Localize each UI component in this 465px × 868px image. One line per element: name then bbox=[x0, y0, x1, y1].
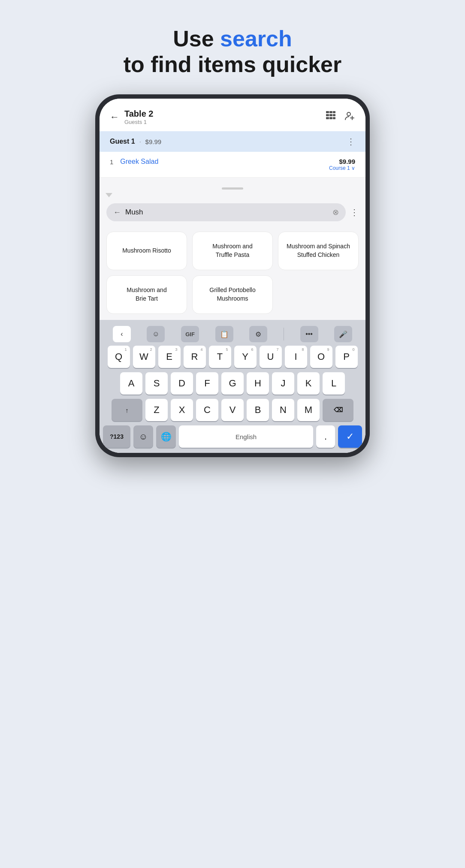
order-item-right: $9.99 Course 1 ∨ bbox=[329, 158, 355, 171]
guests-subtitle: Guests 1 bbox=[124, 119, 153, 125]
key-n[interactable]: N bbox=[272, 399, 294, 421]
app-screen: ← Table 2 Guests 1 bbox=[100, 99, 365, 453]
key-o[interactable]: 9O bbox=[310, 346, 332, 368]
app-header: ← Table 2 Guests 1 bbox=[100, 99, 365, 131]
key-h[interactable]: H bbox=[247, 372, 269, 395]
table-title: Table 2 bbox=[124, 109, 153, 119]
search-more-button[interactable]: ⋮ bbox=[350, 207, 359, 217]
key-y[interactable]: 6Y bbox=[234, 346, 257, 368]
key-p[interactable]: 0P bbox=[335, 346, 358, 368]
key-j[interactable]: J bbox=[272, 372, 294, 395]
key-w[interactable]: 2W bbox=[133, 346, 155, 368]
key-globe[interactable]: 🌐 bbox=[156, 425, 176, 448]
keypad-icon[interactable] bbox=[325, 110, 336, 124]
order-price: $9.99 bbox=[329, 158, 355, 165]
key-v[interactable]: V bbox=[221, 399, 244, 421]
kb-divider bbox=[284, 328, 284, 341]
guest-bar: Guest 1 · $9.99 ⋮ bbox=[100, 131, 365, 152]
order-item-left: 1 Greek Salad bbox=[110, 158, 158, 166]
add-guest-icon[interactable] bbox=[344, 110, 355, 124]
keyboard: ‹ ☺ GIF 📋 ⚙ ••• 🎤 1Q 2W 3E 4R 5T 6Y bbox=[100, 320, 365, 453]
search-bar-row: ← Mush ⊗ ⋮ bbox=[100, 199, 365, 226]
search-clear-button[interactable]: ⊗ bbox=[332, 208, 339, 217]
svg-rect-6 bbox=[326, 117, 329, 119]
key-confirm[interactable]: ✓ bbox=[338, 425, 362, 448]
key-s[interactable]: S bbox=[145, 372, 168, 395]
headline: Use search to find items quicker bbox=[124, 26, 342, 77]
drag-triangle-icon bbox=[106, 193, 112, 197]
order-qty: 1 bbox=[110, 158, 113, 166]
header-title-block: Table 2 Guests 1 bbox=[124, 109, 153, 125]
key-z[interactable]: Z bbox=[145, 399, 168, 421]
kb-toolbar: ‹ ☺ GIF 📋 ⚙ ••• 🎤 bbox=[101, 323, 364, 346]
svg-rect-8 bbox=[333, 117, 335, 119]
header-icons bbox=[325, 110, 355, 124]
svg-rect-7 bbox=[329, 117, 332, 119]
kb-tool-gif[interactable]: GIF bbox=[181, 326, 199, 342]
headline-line1: Use search bbox=[124, 26, 342, 51]
order-item: 1 Greek Salad $9.99 Course 1 ∨ bbox=[100, 152, 365, 178]
key-e[interactable]: 3E bbox=[158, 346, 181, 368]
guest-label: Guest 1 bbox=[110, 138, 135, 145]
guest-bar-left: Guest 1 · $9.99 bbox=[110, 138, 161, 145]
search-input-wrap: ← Mush ⊗ bbox=[106, 203, 346, 221]
kb-tool-mic[interactable]: 🎤 bbox=[334, 326, 352, 342]
key-c[interactable]: C bbox=[196, 399, 218, 421]
phone-frame: ← Table 2 Guests 1 bbox=[95, 94, 370, 457]
kb-row-a: A S D F G H J K L bbox=[101, 372, 364, 395]
kb-row-q: 1Q 2W 3E 4R 5T 6Y 7U 8I 9O 0P bbox=[101, 346, 364, 368]
back-button[interactable]: ← bbox=[110, 112, 119, 123]
kb-tool-clipboard[interactable]: 📋 bbox=[215, 326, 233, 342]
key-u[interactable]: 7U bbox=[260, 346, 282, 368]
kb-tool-back[interactable]: ‹ bbox=[113, 326, 131, 342]
svg-rect-5 bbox=[333, 114, 335, 116]
kb-bottom-row: ?123 ☺ 🌐 English . ✓ bbox=[101, 425, 364, 448]
search-results: Mushroom Risotto Mushroom andTruffle Pas… bbox=[100, 226, 365, 320]
svg-rect-0 bbox=[326, 111, 329, 113]
key-shift[interactable]: ↑ bbox=[112, 399, 142, 421]
result-mushroom-spinach-chicken[interactable]: Mushroom and Spinach Stuffed Chicken bbox=[278, 232, 359, 270]
key-r[interactable]: 4R bbox=[184, 346, 206, 368]
kb-tool-emoji[interactable]: ☺ bbox=[147, 326, 165, 342]
key-num-toggle[interactable]: ?123 bbox=[103, 425, 130, 448]
headline-line2: to find items quicker bbox=[124, 51, 342, 77]
svg-rect-2 bbox=[333, 111, 335, 113]
kb-tool-settings[interactable]: ⚙ bbox=[249, 326, 267, 342]
drag-pill bbox=[222, 187, 243, 190]
svg-rect-4 bbox=[329, 114, 332, 116]
drag-area bbox=[100, 178, 365, 199]
key-backspace[interactable]: ⌫ bbox=[323, 399, 353, 421]
key-t[interactable]: 5T bbox=[209, 346, 231, 368]
key-emoji[interactable]: ☺ bbox=[133, 425, 153, 448]
key-g[interactable]: G bbox=[221, 372, 244, 395]
result-mushroom-truffle-pasta[interactable]: Mushroom andTruffle Pasta bbox=[192, 232, 273, 270]
key-period[interactable]: . bbox=[316, 425, 335, 448]
key-x[interactable]: X bbox=[171, 399, 193, 421]
kb-row-z: ↑ Z X C V B N M ⌫ bbox=[101, 399, 364, 421]
guest-menu-button[interactable]: ⋮ bbox=[347, 136, 355, 147]
svg-rect-3 bbox=[326, 114, 329, 116]
key-a[interactable]: A bbox=[120, 372, 142, 395]
kb-tool-more[interactable]: ••• bbox=[300, 326, 318, 342]
key-d[interactable]: D bbox=[171, 372, 193, 395]
result-mushroom-risotto[interactable]: Mushroom Risotto bbox=[106, 232, 187, 270]
search-input[interactable]: Mush bbox=[125, 208, 328, 217]
order-course[interactable]: Course 1 ∨ bbox=[329, 165, 355, 171]
result-mushroom-brie-tart[interactable]: Mushroom andBrie Tart bbox=[106, 275, 187, 314]
svg-rect-1 bbox=[329, 111, 332, 113]
order-name[interactable]: Greek Salad bbox=[120, 158, 158, 166]
key-space[interactable]: English bbox=[179, 425, 313, 448]
search-back-button[interactable]: ← bbox=[113, 208, 121, 217]
key-k[interactable]: K bbox=[297, 372, 320, 395]
svg-point-9 bbox=[347, 112, 350, 116]
guest-dot: · bbox=[139, 138, 141, 145]
key-l[interactable]: L bbox=[323, 372, 345, 395]
result-grilled-portobello[interactable]: Grilled Portobello Mushrooms bbox=[192, 275, 273, 314]
key-b[interactable]: B bbox=[247, 399, 269, 421]
key-m[interactable]: M bbox=[297, 399, 320, 421]
key-i[interactable]: 8I bbox=[285, 346, 307, 368]
key-q[interactable]: 1Q bbox=[108, 346, 130, 368]
header-left: ← Table 2 Guests 1 bbox=[110, 109, 153, 125]
guest-price: $9.99 bbox=[145, 138, 162, 145]
key-f[interactable]: F bbox=[196, 372, 218, 395]
